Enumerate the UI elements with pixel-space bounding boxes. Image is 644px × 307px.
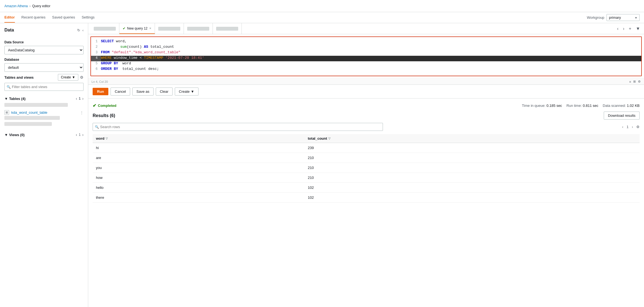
- line-num-1: 1: [91, 39, 101, 45]
- datasource-select[interactable]: AwsDataCatalog: [4, 46, 84, 54]
- create-button[interactable]: Create ▼: [175, 88, 198, 96]
- query-tab-blurred-4[interactable]: [213, 23, 242, 34]
- tables-section-header: ▼ Tables (4) ‹ 1 ›: [4, 96, 84, 101]
- table-icon[interactable]: ⊞: [633, 80, 636, 83]
- time-in-queue-value: 0.185 sec: [546, 104, 562, 108]
- cell-total-count: 210: [305, 153, 640, 163]
- line-num-6: 6: [91, 67, 101, 72]
- col-header-word: word ▽: [93, 134, 305, 143]
- create-table-button[interactable]: Create ▼: [58, 74, 78, 81]
- download-results-button[interactable]: Download results: [604, 112, 640, 120]
- run-button[interactable]: Run: [93, 88, 108, 95]
- cell-word: hi: [93, 143, 305, 153]
- views-collapse-icon[interactable]: ▼: [4, 133, 8, 137]
- code-editor-content: 1 SELECT word, 2 sum(count) AS total_cou…: [91, 37, 641, 76]
- page-number: 1: [627, 125, 629, 129]
- query-tab-blurred-3[interactable]: [184, 23, 213, 34]
- cell-total-count: 239: [305, 143, 640, 153]
- col-total-count-sort-icon[interactable]: ▽: [328, 137, 331, 140]
- workgroup-select[interactable]: primary: [607, 14, 640, 21]
- search-rows-input[interactable]: [93, 123, 383, 131]
- page-prev-btn[interactable]: ‹: [621, 125, 625, 129]
- time-in-queue-label: Time in queue: 0.185 sec: [522, 104, 562, 108]
- tab-saved-queries[interactable]: Saved queries: [52, 12, 75, 23]
- code-line-6: 6 ORDER BY total_count desc;: [91, 67, 641, 72]
- search-wrap: 🔍: [93, 123, 621, 131]
- tables-count-label: Tables (4): [9, 97, 26, 101]
- page-next-btn[interactable]: ›: [630, 125, 635, 129]
- settings-icon[interactable]: ⚙: [638, 80, 641, 83]
- code-line-3: 3 FROM "default"."kda_word_count_table": [91, 50, 641, 56]
- line-num-5: 5: [91, 61, 101, 67]
- results-table-header-row: word ▽ total_count ▽: [93, 134, 640, 143]
- tables-gear-icon[interactable]: ⚙: [80, 75, 84, 80]
- views-next-btn[interactable]: ›: [82, 133, 84, 137]
- run-time-value: 0.811 sec: [583, 104, 598, 108]
- tabs-next-arrow[interactable]: ›: [621, 25, 626, 32]
- table-row: hello102: [93, 183, 640, 193]
- line-content-4: WHERE window_time < TIMESTAMP '2021-07-2…: [101, 56, 641, 61]
- code-editor[interactable]: 1 SELECT word, 2 sum(count) AS total_cou…: [90, 36, 642, 76]
- tab-close-icon[interactable]: ✕: [149, 27, 151, 30]
- tab-settings[interactable]: Settings: [82, 12, 95, 23]
- cell-word: there: [93, 193, 305, 203]
- views-header: ▼ Views (0) ‹ 1 ›: [4, 133, 84, 137]
- tables-collapse-icon[interactable]: ▼: [4, 97, 8, 101]
- editor-area: ✔ New query 12 ✕ ‹ › + ▼: [88, 23, 644, 307]
- results-table-head: word ▽ total_count ▽: [93, 134, 640, 143]
- table-row: hi239: [93, 143, 640, 153]
- results-table-body: hi239are210you210how210hello102there102: [93, 143, 640, 203]
- tabs-more-btn[interactable]: ▼: [634, 25, 642, 32]
- collapse-icon[interactable]: ‹: [82, 28, 84, 32]
- code-line-5: 5 GROUP BY word: [91, 61, 641, 67]
- line-content-3: FROM "default"."kda_word_count_table": [101, 50, 641, 56]
- table-item-more-icon[interactable]: ⋮: [80, 110, 84, 115]
- line-content-1: SELECT word,: [101, 39, 641, 45]
- results-area: ✔ Completed Time in queue: 0.185 sec Run…: [88, 99, 644, 307]
- save-as-button[interactable]: Save as: [132, 88, 154, 96]
- col-sort-word: word ▽: [96, 136, 301, 141]
- code-editor-wrapper: 1 SELECT word, 2 sum(count) AS total_cou…: [88, 34, 644, 85]
- indent-icon[interactable]: ≡: [629, 80, 631, 83]
- breadcrumb-parent[interactable]: Amazon Athena: [4, 4, 28, 8]
- table-row: there102: [93, 193, 640, 203]
- line-num-4: 4: [91, 56, 101, 61]
- views-prev-btn[interactable]: ‹: [76, 133, 77, 137]
- tabs-add-btn[interactable]: +: [627, 25, 633, 32]
- table-item-icon: ⊞: [4, 110, 9, 115]
- query-tab-active[interactable]: ✔ New query 12 ✕: [119, 23, 155, 34]
- tab-check-icon: ✔: [123, 27, 125, 30]
- table-item-kda[interactable]: ⊞ kda_word_count_table ⋮: [4, 109, 84, 116]
- create-dropdown-icon: ▼: [72, 75, 75, 79]
- tab-bar: Editor Recent queries Saved queries Sett…: [0, 12, 644, 23]
- cursor-position: Ln 4, Col 20: [92, 80, 108, 83]
- views-count-label: Views (0): [9, 133, 25, 137]
- tables-prev-btn[interactable]: ‹: [76, 96, 77, 101]
- line-num-3: 3: [91, 50, 101, 56]
- refresh-icon[interactable]: ↻: [77, 28, 80, 32]
- clear-button[interactable]: Clear: [156, 88, 173, 96]
- code-line-2: 2 sum(count) AS total_count: [91, 45, 641, 50]
- tab-recent-queries[interactable]: Recent queries: [22, 12, 45, 23]
- cell-total-count: 210: [305, 173, 640, 183]
- search-and-pagination: 🔍 ‹ 1 › ⚙: [93, 123, 640, 131]
- cancel-button[interactable]: Cancel: [111, 88, 130, 96]
- search-icon: 🔍: [95, 125, 99, 129]
- blurred-table-row-3: [4, 122, 52, 126]
- query-tab-blurred-2[interactable]: [155, 23, 184, 34]
- tab-editor[interactable]: Editor: [4, 12, 15, 23]
- sidebar-icon-group: ↻ ‹: [77, 28, 84, 32]
- tables-next-btn[interactable]: ›: [82, 96, 84, 101]
- query-tabs: ✔ New query 12 ✕ ‹ › + ▼: [88, 23, 644, 34]
- query-tab-blurred-1[interactable]: [90, 23, 119, 34]
- database-select[interactable]: default: [4, 63, 84, 72]
- tabs-prev-arrow[interactable]: ‹: [615, 25, 620, 32]
- filter-tables-input[interactable]: [4, 83, 84, 91]
- line-content-5: GROUP BY word: [101, 61, 641, 67]
- active-tab-label: New query 12: [127, 27, 147, 30]
- tables-pagination: ‹ 1 ›: [76, 96, 84, 101]
- pagination-gear-icon[interactable]: ⚙: [636, 125, 640, 129]
- col-word-sort-icon[interactable]: ▽: [106, 137, 108, 140]
- cell-total-count: 210: [305, 163, 640, 173]
- col-header-total-count: total_count ▽: [305, 134, 640, 143]
